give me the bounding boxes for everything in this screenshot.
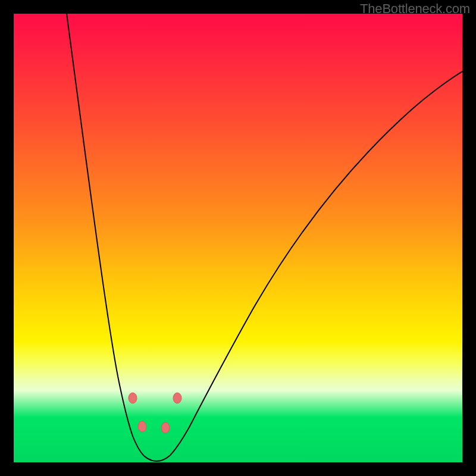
data-marker <box>138 421 146 432</box>
data-marker <box>129 393 137 403</box>
chart-area <box>14 14 462 462</box>
watermark-text: TheBottleneck.com <box>360 1 470 17</box>
data-markers <box>129 393 181 433</box>
v-curve <box>67 14 462 461</box>
bottleneck-curve-plot <box>14 14 462 462</box>
data-marker <box>173 393 181 403</box>
data-marker <box>161 422 170 433</box>
